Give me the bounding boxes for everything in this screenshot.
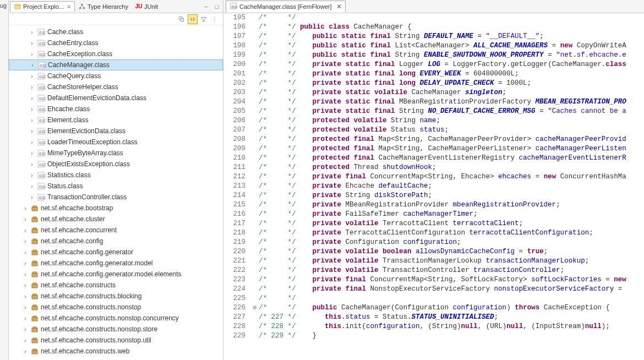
tab-project-explorer[interactable]: Project Explo... ✕ [10,1,75,12]
maximize-icon[interactable]: □ [212,2,222,12]
svg-text:010: 010 [39,85,46,90]
filter-icon[interactable] [199,14,209,24]
tree-item-class[interactable]: ›010LoaderTimeoutException.class [9,137,223,148]
tree-item-label: CacheManager.class [48,61,110,69]
classfile-icon: 010 [37,28,46,36]
tab-junit[interactable]: JU JUnit [132,2,161,12]
expand-arrow-icon[interactable]: › [22,227,29,233]
expand-arrow-icon[interactable]: › [22,326,29,332]
tree-item-class[interactable]: ›010TransactionController.class [9,192,223,203]
tree-item-package[interactable]: ›net.sf.ehcache.config.generator.model.e… [9,269,223,280]
svg-rect-58 [33,294,36,296]
expand-arrow-icon[interactable]: › [22,304,29,310]
tree-item-package[interactable]: ›net.sf.ehcache.constructs [9,280,223,291]
expand-arrow-icon[interactable]: › [29,29,35,35]
package-icon [30,336,39,345]
tree-item-package[interactable]: ›net.sf.ehcache.bootstrap [9,203,223,214]
expand-arrow-icon[interactable]: › [29,183,35,189]
expand-arrow-icon[interactable]: › [22,293,29,299]
svg-rect-48 [33,239,36,241]
tree-item-class[interactable]: ›010ObjectExistsException.class [9,159,223,170]
svg-text:010: 010 [39,52,46,57]
expand-arrow-icon[interactable]: › [22,315,29,321]
package-icon [30,314,39,323]
tree-item-package[interactable]: ›net.sf.ehcache.concurrent [9,225,223,236]
expand-arrow-icon[interactable]: › [22,205,29,211]
tree-item-label: net.sf.ehcache.config.generator [41,248,133,256]
svg-text:010: 010 [39,41,46,46]
editor-tab[interactable]: 010 CacheManager.class [FernFlower] ✕ [226,1,346,12]
collapse-all-icon[interactable] [177,14,187,24]
project-tree[interactable]: ›010Cache.class›010CacheEntry.class›010C… [9,25,223,360]
expand-arrow-icon[interactable]: › [29,128,35,134]
expand-arrow-icon[interactable]: › [22,271,29,277]
expand-arrow-icon[interactable]: › [22,249,29,255]
svg-text:010: 010 [39,162,46,167]
tree-item-package[interactable]: ›net.sf.ehcache.constructs.web [9,346,223,357]
tree-item-package[interactable]: ›net.sf.ehcache.config.generator [9,247,223,258]
tree-item-package[interactable]: ›net.sf.ehcache.config [9,236,223,247]
close-icon[interactable]: ✕ [67,4,71,10]
tree-item-class[interactable]: ›010Cache.class [9,26,223,37]
classfile-icon: 010 [37,116,46,124]
tree-item-class[interactable]: ›010CacheException.class [9,48,223,59]
tree-item-package[interactable]: ›net.sf.ehcache.constructs.blocking [9,291,223,302]
hierarchy-icon [78,3,86,10]
expand-arrow-icon[interactable]: › [29,40,35,46]
expand-arrow-icon[interactable]: › [29,84,35,90]
svg-rect-68 [33,349,36,351]
tree-item-package[interactable]: ›net.sf.ehcache.constructs.nonstop.concu… [9,313,223,324]
svg-text:010: 010 [39,195,46,200]
tree-item-class[interactable]: ›010CacheEntry.class [9,37,223,48]
expand-arrow-icon[interactable]: › [22,337,29,343]
tree-item-package[interactable]: ›net.sf.ehcache.cluster [9,214,223,225]
expand-arrow-icon[interactable]: › [22,260,29,266]
expand-arrow-icon[interactable]: › [29,194,35,200]
minimize-icon[interactable]: − [201,2,211,12]
expand-arrow-icon[interactable]: › [29,150,35,156]
tree-item-label: net.sf.ehcache.config.generator.model.el… [41,270,182,278]
expand-arrow-icon[interactable]: › [29,117,35,123]
tree-item-package[interactable]: ›net.sf.ehcache.constructs.nonstop.store [9,324,223,335]
close-icon[interactable]: ✕ [336,3,342,10]
expand-arrow-icon[interactable]: › [29,73,35,79]
svg-rect-64 [33,327,36,329]
expand-arrow-icon[interactable]: › [29,62,36,68]
expand-arrow-icon[interactable]: › [29,106,35,112]
svg-rect-46 [33,228,36,230]
classfile-icon: 010 [37,138,46,146]
expand-arrow-icon[interactable]: › [22,238,29,244]
tree-item-class[interactable]: ›010CacheManager.class [9,59,223,70]
classfile-icon: 010 [37,39,46,47]
tree-item-class[interactable]: ›010CacheStoreHelper.class [9,81,223,92]
expand-arrow-icon[interactable]: › [22,348,29,354]
tree-item-package[interactable]: ›net.sf.ehcache.constructs.nonstop [9,302,223,313]
tab-type-hierarchy[interactable]: Type Hierarchy [75,2,132,12]
tree-item-class[interactable]: ›010DefaultElementEvictionData.class [9,92,223,103]
expand-arrow-icon[interactable]: › [29,161,35,167]
tree-item-class[interactable]: ›010MimeTypeByteArray.class [9,148,223,159]
code-content[interactable]: /* */ /* */ public class CacheManager {/… [259,13,644,360]
svg-rect-66 [33,338,36,340]
expand-arrow-icon[interactable]: › [29,139,35,145]
tree-item-class[interactable]: ›010Ehcache.class [9,103,223,114]
tree-item-label: net.sf.ehcache.config.generator.model [41,259,152,267]
tree-item-class[interactable]: ›010CacheQuery.class [9,70,223,81]
expand-arrow-icon[interactable]: › [22,282,29,288]
tree-item-class[interactable]: ›010ElementEvictionData.class [9,126,223,137]
tree-item-label: Cache.class [47,28,83,36]
code-editor[interactable]: 1951961971981992002012022032042052062072… [223,13,644,360]
expand-arrow-icon[interactable]: › [22,216,29,222]
tree-item-class[interactable]: ›010Element.class [9,114,223,126]
expand-arrow-icon[interactable]: › [29,51,35,57]
fold-gutter[interactable]: ⊖ [251,13,259,360]
tree-item-package[interactable]: ›net.sf.ehcache.config.generator.model [9,258,223,269]
explorer-toolbar: ⋮ [9,13,223,25]
expand-arrow-icon[interactable]: › [29,172,35,178]
view-menu-icon[interactable]: ⋮ [210,14,220,24]
tree-item-class[interactable]: ›010Statistics.class [9,170,223,181]
tree-item-package[interactable]: ›net.sf.ehcache.constructs.nonstop.util [9,335,223,346]
tree-item-class[interactable]: ›010Status.class [9,181,223,192]
expand-arrow-icon[interactable]: › [29,95,35,101]
link-editor-icon[interactable] [188,14,198,24]
